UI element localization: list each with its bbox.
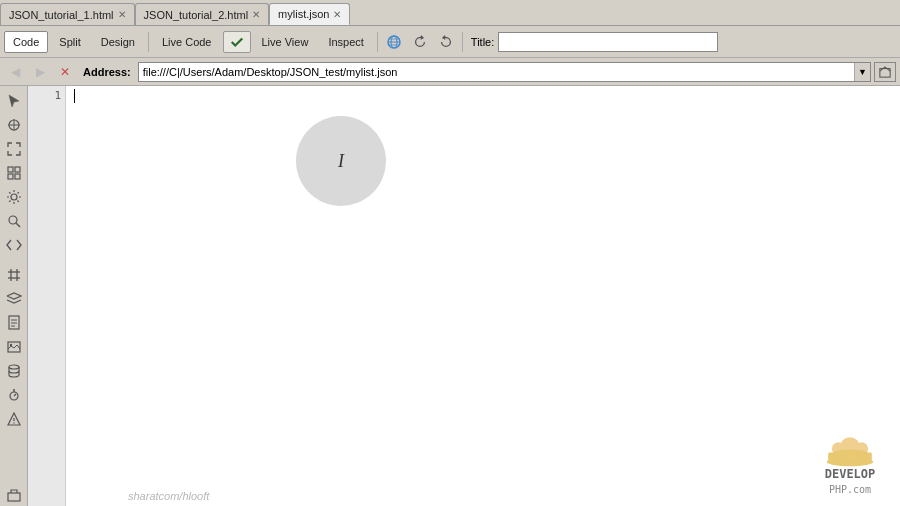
tab-mylist-json[interactable]: mylist.json ✕ (269, 3, 350, 25)
layers-tool[interactable] (3, 288, 25, 310)
checkmark-button[interactable] (223, 31, 251, 53)
text-cursor (74, 89, 75, 103)
watermark: DEVELOP PHP.com (820, 427, 880, 496)
files-tool[interactable] (3, 312, 25, 334)
layout-tool[interactable] (3, 162, 25, 184)
line-numbers: 1 (28, 86, 66, 506)
tab-label: JSON_tutorial_1.html (9, 9, 114, 21)
code-tool[interactable] (3, 234, 25, 256)
svg-point-32 (13, 422, 14, 423)
toolbar-separator-3 (462, 32, 463, 52)
settings-tool[interactable] (3, 186, 25, 208)
svg-rect-12 (15, 174, 20, 179)
title-label: Title: (471, 36, 494, 48)
cursor-circle-text: I (338, 151, 344, 172)
tab-label: mylist.json (278, 8, 329, 20)
design-button[interactable]: Design (92, 31, 144, 53)
svg-line-15 (16, 223, 20, 227)
left-sidebar (0, 86, 28, 506)
live-code-button[interactable]: Live Code (153, 31, 221, 53)
address-bar: ◀ ▶ ✕ Address: ▼ (0, 58, 900, 86)
alerts-tool[interactable] (3, 408, 25, 430)
address-input-wrap: ▼ (138, 62, 871, 82)
split-button[interactable]: Split (50, 31, 89, 53)
tab-close-1[interactable]: ✕ (118, 9, 126, 20)
svg-point-14 (9, 216, 17, 224)
toolbar-separator-2 (377, 32, 378, 52)
tab-close-2[interactable]: ✕ (252, 9, 260, 20)
toolbar-separator-1 (148, 32, 149, 52)
expand-tool[interactable] (3, 138, 25, 160)
title-section: Title: (471, 32, 718, 52)
svg-point-25 (9, 344, 11, 346)
database-tool[interactable] (3, 360, 25, 382)
address-label: Address: (83, 66, 131, 78)
main-layout: 1 I (0, 86, 900, 506)
svg-point-26 (9, 365, 19, 369)
pan-tool[interactable] (3, 114, 25, 136)
cursor-line (74, 88, 892, 104)
globe-icon[interactable] (382, 31, 406, 53)
assets-tool[interactable] (3, 264, 25, 286)
editor-area[interactable]: I DEVELOP PHP.com (66, 86, 900, 506)
line-number-1: 1 (28, 88, 61, 104)
inspect-button[interactable]: Inspect (319, 31, 372, 53)
back-button[interactable]: ◀ (4, 62, 26, 82)
code-button[interactable]: Code (4, 31, 48, 53)
bottom-watermark-text: sharatcom/hlooft (128, 490, 209, 502)
select-tool[interactable] (3, 90, 25, 112)
svg-rect-11 (8, 174, 13, 179)
forward-icon[interactable] (434, 31, 458, 53)
stop-button[interactable]: ✕ (54, 62, 76, 82)
inspect-tool[interactable] (3, 210, 25, 232)
tab-json-tutorial-1[interactable]: JSON_tutorial_1.html ✕ (0, 3, 135, 25)
tab-json-tutorial-2[interactable]: JSON_tutorial_2.html ✕ (135, 3, 270, 25)
svg-rect-9 (8, 167, 13, 172)
forward-button[interactable]: ▶ (29, 62, 51, 82)
toolbar: Code Split Design Live Code Live View In… (0, 26, 900, 58)
refresh-icon[interactable] (408, 31, 432, 53)
cursor-circle: I (296, 116, 386, 206)
tab-close-3[interactable]: ✕ (333, 9, 341, 20)
title-input[interactable] (498, 32, 718, 52)
svg-line-29 (14, 394, 16, 396)
live-view-button[interactable]: Live View (253, 31, 318, 53)
address-dropdown[interactable]: ▼ (854, 63, 870, 81)
svg-rect-10 (15, 167, 20, 172)
tab-bar: JSON_tutorial_1.html ✕ JSON_tutorial_2.h… (0, 0, 900, 26)
svg-rect-33 (8, 493, 20, 501)
svg-point-13 (11, 194, 17, 200)
watermark-text: DEVELOP PHP.com (825, 467, 876, 496)
watch-tool[interactable] (3, 384, 25, 406)
content-wrapper: 1 I (28, 86, 900, 506)
svg-point-39 (833, 450, 868, 457)
tab-label: JSON_tutorial_2.html (144, 9, 249, 21)
preview-tool[interactable] (3, 336, 25, 358)
bottom-tool[interactable] (3, 484, 25, 506)
watermark-hat-icon (820, 427, 880, 467)
browse-button[interactable] (874, 62, 896, 82)
address-input[interactable] (139, 66, 854, 78)
